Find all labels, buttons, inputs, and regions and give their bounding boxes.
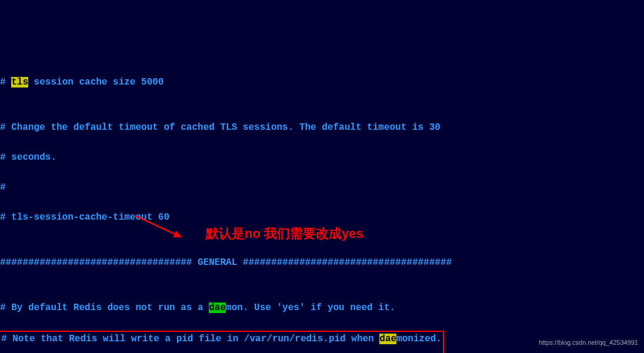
terminal-viewport[interactable]: # tls session cache size 5000 # Change t… [0,60,644,353]
config-line: # Change the default timeout of cached T… [0,120,644,136]
search-highlight: tls [11,77,28,88]
config-line: # By default Redis does not run as a dae… [0,301,644,316]
text: # [0,77,11,88]
text: # By default Redis does not run as a [0,302,209,313]
search-highlight-current: dae [209,302,226,313]
config-line: # tls session cache size 5000 [0,75,644,90]
section-header: ################################## GENER… [0,255,644,271]
search-highlight: dae [379,334,396,344]
config-line: # Note that Redis will write a pid file … [1,332,442,347]
watermark-text: https://blog.csdn.net/qq_42534991 [539,338,638,348]
text: # Note that Redis will write a pid file … [1,334,379,344]
text: session cache size 5000 [28,77,163,88]
config-line: # tls-session-cache-timeout 60 [0,210,644,226]
annotation-highlight-box: # Note that Redis will write a pid file … [0,331,444,353]
text: monized. [396,334,442,344]
config-line: # seconds. [0,150,644,166]
config-line: # [0,180,644,196]
text: mon. Use 'yes' if you need it. [226,302,395,313]
